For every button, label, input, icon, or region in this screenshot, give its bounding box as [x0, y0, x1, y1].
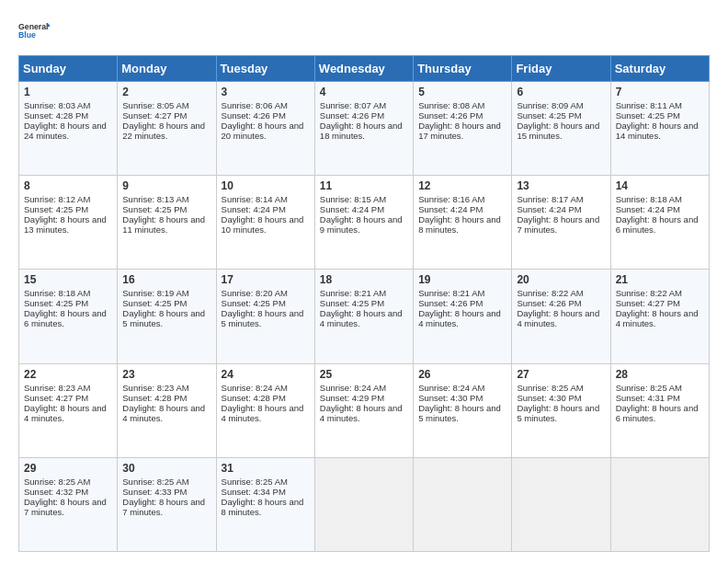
page-header: General Blue — [18, 15, 710, 46]
day-number: 19 — [418, 273, 506, 286]
daylight-label: Daylight: 8 hours and 24 minutes. — [24, 121, 107, 141]
calendar-cell: 26 Sunrise: 8:24 AM Sunset: 4:30 PM Dayl… — [414, 363, 512, 457]
calendar-cell: 30 Sunrise: 8:25 AM Sunset: 4:33 PM Dayl… — [118, 457, 216, 551]
sunset-label: Sunset: 4:26 PM — [418, 298, 483, 308]
sunset-label: Sunset: 4:26 PM — [320, 110, 384, 121]
sunrise-label: Sunrise: 8:18 AM — [24, 288, 90, 298]
calendar-week-1: 1 Sunrise: 8:03 AM Sunset: 4:28 PM Dayli… — [19, 82, 710, 176]
sunrise-label: Sunrise: 8:11 AM — [616, 100, 682, 110]
daylight-label: Daylight: 8 hours and 6 minutes. — [616, 403, 699, 423]
daylight-label: Daylight: 8 hours and 11 minutes. — [122, 214, 205, 235]
calendar-page: General Blue SundayMondayTuesdayWednesda… — [0, 0, 728, 563]
sunrise-label: Sunrise: 8:25 AM — [24, 477, 90, 487]
daylight-label: Daylight: 8 hours and 20 minutes. — [222, 121, 304, 141]
day-number: 28 — [616, 368, 704, 381]
sunrise-label: Sunrise: 8:08 AM — [418, 100, 484, 110]
day-header-monday: Monday — [118, 56, 216, 82]
sunset-label: Sunset: 4:25 PM — [222, 298, 286, 308]
calendar-cell — [610, 457, 709, 551]
daylight-label: Daylight: 8 hours and 9 minutes. — [320, 214, 403, 235]
sunrise-label: Sunrise: 8:15 AM — [320, 194, 386, 204]
calendar-cell: 2 Sunrise: 8:05 AM Sunset: 4:27 PM Dayli… — [118, 82, 216, 176]
day-header-sunday: Sunday — [19, 56, 118, 82]
day-number: 22 — [24, 368, 112, 381]
calendar-cell: 15 Sunrise: 8:18 AM Sunset: 4:25 PM Dayl… — [19, 270, 118, 363]
calendar-header-row: SundayMondayTuesdayWednesdayThursdayFrid… — [19, 56, 710, 82]
sunrise-label: Sunrise: 8:03 AM — [24, 100, 90, 110]
daylight-label: Daylight: 8 hours and 5 minutes. — [122, 308, 205, 328]
sunset-label: Sunset: 4:26 PM — [517, 298, 581, 308]
sunrise-label: Sunrise: 8:25 AM — [517, 383, 583, 393]
sunset-label: Sunset: 4:29 PM — [320, 393, 384, 403]
daylight-label: Daylight: 8 hours and 4 minutes. — [320, 403, 403, 423]
daylight-label: Daylight: 8 hours and 4 minutes. — [517, 308, 599, 328]
sunset-label: Sunset: 4:25 PM — [24, 298, 88, 308]
sunset-label: Sunset: 4:26 PM — [418, 110, 483, 121]
daylight-label: Daylight: 8 hours and 4 minutes. — [222, 403, 304, 423]
daylight-label: Daylight: 8 hours and 8 minutes. — [222, 497, 304, 517]
sunrise-label: Sunrise: 8:22 AM — [616, 288, 682, 298]
calendar-week-3: 15 Sunrise: 8:18 AM Sunset: 4:25 PM Dayl… — [19, 270, 710, 363]
calendar-cell: 6 Sunrise: 8:09 AM Sunset: 4:25 PM Dayli… — [512, 82, 610, 176]
daylight-label: Daylight: 8 hours and 4 minutes. — [418, 308, 501, 328]
day-number: 3 — [222, 86, 310, 98]
daylight-label: Daylight: 8 hours and 7 minutes. — [24, 497, 107, 517]
sunrise-label: Sunrise: 8:21 AM — [418, 288, 484, 298]
calendar-cell — [512, 457, 610, 551]
day-number: 15 — [24, 273, 112, 286]
calendar-cell: 18 Sunrise: 8:21 AM Sunset: 4:25 PM Dayl… — [314, 270, 413, 363]
sunset-label: Sunset: 4:28 PM — [24, 110, 88, 121]
daylight-label: Daylight: 8 hours and 4 minutes. — [122, 403, 205, 423]
sunrise-label: Sunrise: 8:07 AM — [320, 100, 386, 110]
day-number: 8 — [24, 179, 112, 192]
calendar-table: SundayMondayTuesdayWednesdayThursdayFrid… — [18, 55, 710, 552]
daylight-label: Daylight: 8 hours and 5 minutes. — [418, 403, 501, 423]
sunset-label: Sunset: 4:32 PM — [24, 487, 88, 497]
sunrise-label: Sunrise: 8:20 AM — [222, 288, 288, 298]
calendar-cell: 27 Sunrise: 8:25 AM Sunset: 4:30 PM Dayl… — [512, 363, 610, 457]
sunrise-label: Sunrise: 8:23 AM — [24, 383, 90, 393]
calendar-cell: 16 Sunrise: 8:19 AM Sunset: 4:25 PM Dayl… — [118, 270, 216, 363]
sunset-label: Sunset: 4:25 PM — [122, 204, 187, 214]
sunrise-label: Sunrise: 8:18 AM — [616, 194, 682, 204]
daylight-label: Daylight: 8 hours and 5 minutes. — [517, 403, 599, 423]
sunrise-label: Sunrise: 8:24 AM — [222, 383, 288, 393]
sunrise-label: Sunrise: 8:09 AM — [517, 100, 583, 110]
calendar-cell — [414, 457, 512, 551]
day-number: 30 — [122, 462, 210, 475]
day-number: 17 — [222, 273, 310, 286]
calendar-cell: 5 Sunrise: 8:08 AM Sunset: 4:26 PM Dayli… — [414, 82, 512, 176]
sunrise-label: Sunrise: 8:22 AM — [517, 288, 583, 298]
sunset-label: Sunset: 4:34 PM — [222, 487, 286, 497]
day-header-wednesday: Wednesday — [314, 56, 413, 82]
sunset-label: Sunset: 4:31 PM — [616, 393, 680, 403]
day-number: 2 — [122, 86, 210, 98]
sunrise-label: Sunrise: 8:06 AM — [222, 100, 288, 110]
svg-text:Blue: Blue — [18, 30, 36, 40]
calendar-cell: 24 Sunrise: 8:24 AM Sunset: 4:28 PM Dayl… — [216, 363, 314, 457]
sunrise-label: Sunrise: 8:24 AM — [320, 383, 386, 393]
sunrise-label: Sunrise: 8:25 AM — [122, 477, 188, 487]
calendar-cell: 28 Sunrise: 8:25 AM Sunset: 4:31 PM Dayl… — [610, 363, 709, 457]
daylight-label: Daylight: 8 hours and 17 minutes. — [418, 121, 501, 141]
day-number: 7 — [616, 86, 704, 98]
calendar-cell: 3 Sunrise: 8:06 AM Sunset: 4:26 PM Dayli… — [216, 82, 314, 176]
sunset-label: Sunset: 4:28 PM — [222, 393, 286, 403]
day-number: 13 — [517, 179, 605, 192]
sunrise-label: Sunrise: 8:05 AM — [122, 100, 188, 110]
daylight-label: Daylight: 8 hours and 4 minutes. — [320, 308, 403, 328]
day-number: 10 — [222, 179, 310, 192]
calendar-cell: 22 Sunrise: 8:23 AM Sunset: 4:27 PM Dayl… — [19, 363, 118, 457]
sunrise-label: Sunrise: 8:24 AM — [418, 383, 484, 393]
day-header-tuesday: Tuesday — [216, 56, 314, 82]
calendar-cell: 14 Sunrise: 8:18 AM Sunset: 4:24 PM Dayl… — [610, 176, 709, 270]
calendar-cell: 25 Sunrise: 8:24 AM Sunset: 4:29 PM Dayl… — [314, 363, 413, 457]
day-number: 4 — [320, 86, 408, 98]
sunset-label: Sunset: 4:24 PM — [517, 204, 581, 214]
calendar-week-4: 22 Sunrise: 8:23 AM Sunset: 4:27 PM Dayl… — [19, 363, 710, 457]
day-number: 23 — [122, 368, 210, 381]
calendar-cell: 13 Sunrise: 8:17 AM Sunset: 4:24 PM Dayl… — [512, 176, 610, 270]
daylight-label: Daylight: 8 hours and 7 minutes. — [517, 214, 599, 235]
sunset-label: Sunset: 4:24 PM — [418, 204, 483, 214]
day-number: 20 — [517, 273, 605, 286]
